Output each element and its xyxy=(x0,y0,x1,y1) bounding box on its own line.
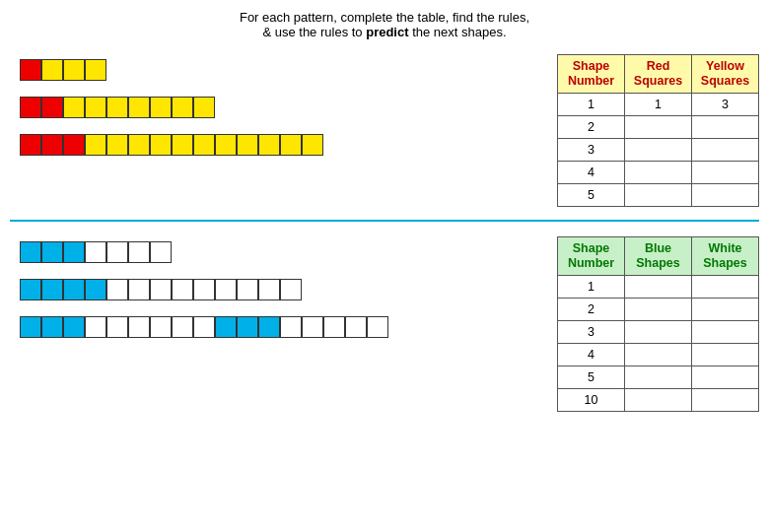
cell-n: 10 xyxy=(558,389,625,412)
sq-blue xyxy=(63,279,85,300)
table-area-section1: ShapeNumber RedSquares YellowSquares 1 1… xyxy=(557,49,759,212)
table-row: 10 xyxy=(558,389,759,412)
table-section2: ShapeNumber BlueShapes WhiteShapes 1 2 xyxy=(557,236,759,412)
cell-n: 2 xyxy=(558,299,625,321)
cell-v1 xyxy=(625,321,692,344)
sq-yellow xyxy=(106,97,128,118)
sq-blue xyxy=(63,241,85,263)
cell-v1 xyxy=(625,299,692,321)
sq-yellow xyxy=(85,59,106,81)
sq-red xyxy=(20,134,41,156)
sq-yellow xyxy=(280,134,302,156)
sq-white xyxy=(128,279,150,300)
patterns-section1 xyxy=(10,49,557,181)
table-row: 1 1 3 xyxy=(558,94,759,116)
sq-white xyxy=(367,316,388,338)
cell-n: 3 xyxy=(558,321,625,344)
sq-yellow xyxy=(128,134,150,156)
sq-yellow xyxy=(85,97,106,118)
cell-v1 xyxy=(625,116,692,139)
sq-blue xyxy=(20,241,41,263)
sq-blue xyxy=(20,279,41,300)
sq-white xyxy=(280,279,302,300)
table-row: 5 xyxy=(558,366,759,389)
cell-v1 xyxy=(625,389,692,412)
sq-red xyxy=(20,97,41,118)
sq-yellow xyxy=(215,134,237,156)
cell-v1 xyxy=(625,162,692,184)
cell-v1 xyxy=(625,276,692,299)
cell-n: 5 xyxy=(558,184,625,207)
header-line2-end: the next shapes. xyxy=(409,25,507,39)
sq-yellow xyxy=(193,134,215,156)
table-row: 3 xyxy=(558,321,759,344)
sq-yellow xyxy=(172,134,193,156)
header-predict: predict xyxy=(366,25,408,39)
pattern2-2-row xyxy=(20,279,302,300)
page: For each pattern, complete the table, fi… xyxy=(0,0,769,532)
sq-white xyxy=(128,241,150,263)
sq-yellow xyxy=(150,134,172,156)
sq-red xyxy=(41,134,63,156)
col-shape-number2: ShapeNumber xyxy=(558,237,625,276)
table-row: 4 xyxy=(558,162,759,184)
table-section1: ShapeNumber RedSquares YellowSquares 1 1… xyxy=(557,54,759,207)
table-row: 3 xyxy=(558,139,759,162)
table-area-section2: ShapeNumber BlueShapes WhiteShapes 1 2 xyxy=(557,232,759,417)
col-red-squares: RedSquares xyxy=(625,55,692,94)
sq-blue xyxy=(41,316,63,338)
sq-white xyxy=(106,241,128,263)
sq-white xyxy=(172,316,193,338)
sq-white xyxy=(193,316,215,338)
cell-n: 4 xyxy=(558,344,625,366)
sq-blue xyxy=(41,241,63,263)
sq-yellow xyxy=(237,134,258,156)
cell-v1 xyxy=(625,139,692,162)
cell-v2 xyxy=(692,139,759,162)
col-shape-number: ShapeNumber xyxy=(558,55,625,94)
cell-v2 xyxy=(692,344,759,366)
sq-yellow xyxy=(150,97,172,118)
sq-white xyxy=(258,279,280,300)
table-row: 1 xyxy=(558,276,759,299)
cell-n: 2 xyxy=(558,116,625,139)
cell-v2 xyxy=(692,389,759,412)
header: For each pattern, complete the table, fi… xyxy=(240,10,529,39)
sq-blue xyxy=(85,279,106,300)
sq-white xyxy=(215,279,237,300)
sq-white xyxy=(237,279,258,300)
cell-v2 xyxy=(692,116,759,139)
cell-v1 xyxy=(625,366,692,389)
sq-blue xyxy=(41,279,63,300)
sq-blue xyxy=(237,316,258,338)
sq-white xyxy=(85,241,106,263)
patterns-section2 xyxy=(10,232,557,364)
section2: ShapeNumber BlueShapes WhiteShapes 1 2 xyxy=(10,232,759,417)
table-row: 2 xyxy=(558,116,759,139)
col-white-shapes: WhiteShapes xyxy=(692,237,759,276)
sq-white xyxy=(280,316,302,338)
sq-white xyxy=(345,316,367,338)
sq-yellow xyxy=(41,59,63,81)
cell-v2 xyxy=(692,276,759,299)
table-row: 4 xyxy=(558,344,759,366)
sq-red xyxy=(41,97,63,118)
header-line2: & use the rules to predict the next shap… xyxy=(240,25,529,39)
sq-white xyxy=(323,316,345,338)
cell-v2: 3 xyxy=(692,94,759,116)
cell-v1 xyxy=(625,344,692,366)
pattern1-row xyxy=(20,59,106,81)
sq-yellow xyxy=(106,134,128,156)
pattern2-3-row xyxy=(20,316,388,338)
cell-v2 xyxy=(692,299,759,321)
cell-n: 5 xyxy=(558,366,625,389)
sq-white xyxy=(150,241,172,263)
sq-white xyxy=(172,279,193,300)
sq-red xyxy=(63,134,85,156)
col-yellow-squares: YellowSquares xyxy=(692,55,759,94)
col-blue-shapes: BlueShapes xyxy=(625,237,692,276)
sq-yellow xyxy=(63,97,85,118)
sq-yellow xyxy=(128,97,150,118)
table-row: 2 xyxy=(558,299,759,321)
sq-white xyxy=(193,279,215,300)
